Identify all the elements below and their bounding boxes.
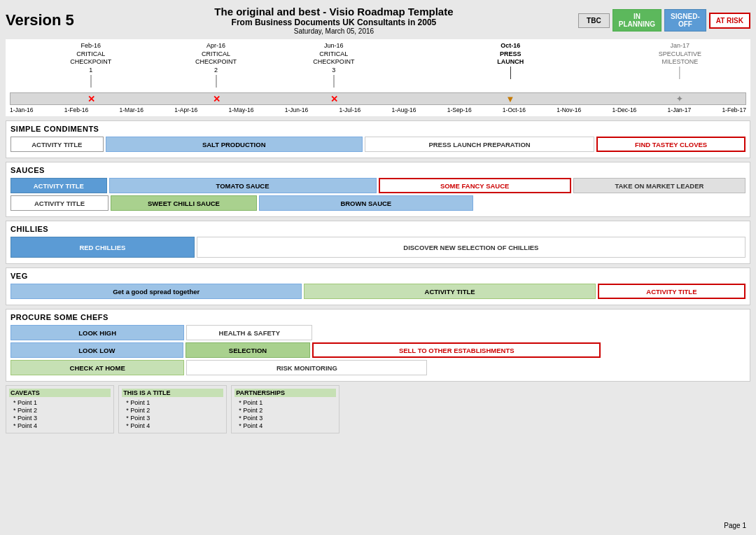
procure-check-home: CHECK AT HOME [10, 360, 184, 375]
caveat-box-1: CAVEATS * Point 1 * Point 2 * Point 3 * … [6, 385, 114, 433]
sauces-market-leader: TAKE ON MARKET LEADER [573, 178, 746, 193]
simple-condiments-section: SIMPLE CONDIMENTS ACTIVITY TITLE SALT PR… [6, 120, 750, 158]
procure-title: PROCURE SOME CHEFS [10, 313, 746, 321]
procure-row2: LOOK LOW SELECTION SELL TO OTHER ESTABLI… [10, 342, 746, 358]
veg-spread: Get a good spread together [10, 284, 302, 299]
header-title: The original and best - Visio Roadmap Te… [90, 6, 578, 18]
caveat-title-2: THIS IS A TITLE [122, 389, 223, 397]
veg-act-title1: ACTIVITY TITLE [304, 284, 595, 299]
sauces-row1: ACTIVITY TITLE TOMATO SAUCE SOME FANCY S… [10, 178, 746, 193]
caveat-box-3: PARTNERSHIPS * Point 1 * Point 2 * Point… [231, 385, 340, 433]
sc-act-title: ACTIVITY TITLE [10, 137, 104, 152]
procure-look-high: LOOK HIGH [10, 325, 184, 340]
procure-risk-monitoring: RISK MONITORING [186, 360, 427, 375]
page-number: Page 1 [724, 522, 746, 529]
caveat-2-item-2: * Point 2 [126, 407, 223, 414]
sauces-tomato: TOMATO SAUCE [109, 178, 377, 193]
chillies-discover: DISCOVER NEW SELECTION OF CHILLIES [197, 237, 746, 258]
badge-signed-off: SIGNED-OFF [664, 9, 706, 32]
procure-selection: SELECTION [186, 342, 311, 358]
veg-row1: Get a good spread together ACTIVITY TITL… [10, 284, 746, 299]
timeline-section: Feb-16CRITICALCHECKPOINT1 Apr-16CRITICAL… [6, 39, 750, 116]
caveat-3-item-1: * Point 1 [239, 399, 336, 406]
milestone-apr16: Apr-16CRITICALCHECKPOINT2 [195, 42, 237, 88]
caveat-spacer [344, 385, 750, 433]
header-badges: TBC INPLANNING SIGNED-OFF AT RISK [578, 9, 750, 32]
veg-title: VEG [10, 272, 746, 280]
sc-press-launch: PRESS LAUNCH PREPARATION [365, 137, 594, 152]
caveat-2-item-1: * Point 1 [126, 399, 223, 406]
sauces-row2: ACTIVITY TITLE SWEET CHILLI SAUCE BROWN … [10, 195, 746, 211]
milestone-jan17: Jan-17SPECULATIVEMILESTONE [659, 42, 701, 79]
procure-section: PROCURE SOME CHEFS LOOK HIGH HEALTH & SA… [6, 309, 750, 382]
sauces-section: SAUCES ACTIVITY TITLE TOMATO SAUCE SOME … [6, 162, 750, 217]
sauces-title: SAUCES [10, 166, 746, 174]
header-center: The original and best - Visio Roadmap Te… [90, 6, 578, 35]
caveat-3-item-3: * Point 3 [239, 415, 336, 422]
header: Version 5 The original and best - Visio … [6, 6, 750, 35]
page: Version 5 The original and best - Visio … [0, 0, 756, 535]
milestone-feb16: Feb-16CRITICALCHECKPOINT1 [70, 42, 111, 88]
sauces-act-title2: ACTIVITY TITLE [10, 195, 108, 211]
caveat-1-item-3: * Point 3 [13, 415, 111, 422]
timeline-dates: 1-Jan-16 1-Feb-16 1-Mar-16 1-Apr-16 1-Ma… [10, 106, 746, 113]
sauces-brown: BROWN SAUCE [259, 195, 473, 211]
header-subtitle: From Business Documents UK Consultants i… [90, 18, 578, 27]
badge-in-planning: INPLANNING [612, 9, 662, 32]
caveat-2-item-4: * Point 4 [126, 422, 223, 429]
chillies-section: CHILLIES RED CHILLIES DISCOVER NEW SELEC… [6, 221, 750, 264]
veg-section: VEG Get a good spread together ACTIVITY … [6, 268, 750, 305]
version-label: Version 5 [6, 11, 90, 29]
procure-row1: LOOK HIGH HEALTH & SAFETY [10, 325, 746, 340]
badge-tbc: TBC [578, 13, 610, 28]
bottom-section: CAVEATS * Point 1 * Point 2 * Point 3 * … [6, 385, 750, 433]
sc-salt-production: SALT PRODUCTION [106, 137, 363, 152]
chillies-red: RED CHILLIES [10, 237, 195, 258]
simple-condiments-row1: ACTIVITY TITLE SALT PRODUCTION PRESS LAU… [10, 137, 746, 152]
caveat-2-item-3: * Point 3 [126, 415, 223, 422]
chillies-row1: RED CHILLIES DISCOVER NEW SELECTION OF C… [10, 237, 746, 258]
sauces-sweet-chilli: SWEET CHILLI SAUCE [111, 195, 257, 211]
sauces-act-title1: ACTIVITY TITLE [10, 178, 107, 193]
caveat-title-1: CAVEATS [9, 389, 111, 397]
sc-find-tastey-cloves: FIND TASTEY CLOVES [596, 137, 746, 152]
caveat-3-item-2: * Point 2 [239, 407, 336, 414]
caveat-1-item-1: * Point 1 [13, 399, 111, 406]
header-date: Saturday, March 05, 2016 [90, 27, 578, 35]
caveat-title-3: PARTNERSHIPS [234, 389, 336, 397]
milestone-oct16: Oct-16PRESSLAUNCH [497, 42, 524, 79]
procure-sell: SELL TO OTHER ESTABLISHMENTS [312, 342, 601, 358]
timeline-bar: ✕ ✕ ✕ ▼ ✦ [10, 92, 746, 105]
badge-at-risk: AT RISK [709, 13, 750, 29]
caveat-1-item-4: * Point 4 [13, 422, 111, 429]
caveat-1-item-2: * Point 2 [13, 407, 111, 414]
simple-condiments-title: SIMPLE CONDIMENTS [10, 125, 746, 133]
procure-health-safety: HEALTH & SAFETY [186, 325, 312, 340]
caveat-3-item-4: * Point 4 [239, 422, 336, 429]
procure-look-low: LOOK LOW [10, 342, 183, 358]
milestone-labels: Feb-16CRITICALCHECKPOINT1 Apr-16CRITICAL… [10, 42, 746, 92]
procure-row3: CHECK AT HOME RISK MONITORING [10, 360, 746, 375]
caveat-box-2: THIS IS A TITLE * Point 1 * Point 2 * Po… [118, 385, 227, 433]
sauces-fancy: SOME FANCY SAUCE [379, 178, 571, 193]
veg-act-title2: ACTIVITY TITLE [598, 284, 746, 299]
chillies-title: CHILLIES [10, 225, 746, 233]
milestone-jun16: Jun-16CRITICALCHECKPOINT3 [313, 42, 354, 88]
